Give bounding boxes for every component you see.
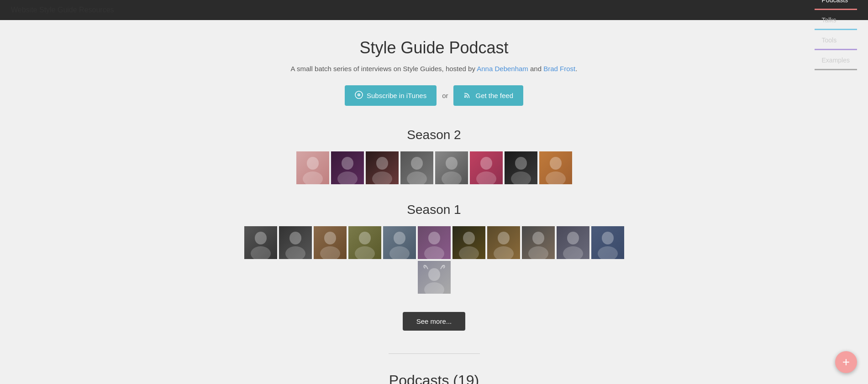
nav-tools[interactable]: Tools xyxy=(815,30,857,50)
svg-point-38 xyxy=(567,232,579,244)
page-title: Style Guide Podcast xyxy=(238,38,631,57)
list-item[interactable] xyxy=(383,226,416,259)
svg-point-36 xyxy=(532,232,544,244)
list-item[interactable] xyxy=(400,151,433,184)
svg-point-23 xyxy=(285,246,305,259)
plus-icon: + xyxy=(842,355,850,369)
svg-point-26 xyxy=(359,232,371,244)
svg-point-43 xyxy=(424,282,444,294)
list-item[interactable] xyxy=(366,151,399,184)
svg-point-35 xyxy=(494,246,514,259)
list-item[interactable] xyxy=(348,226,381,259)
brad-link[interactable]: Brad Frost xyxy=(543,65,575,73)
svg-point-8 xyxy=(376,157,388,170)
season1-title: Season 1 xyxy=(238,202,631,217)
nav-examples[interactable]: Examples xyxy=(815,50,857,70)
list-item[interactable] xyxy=(452,226,485,259)
list-item[interactable] xyxy=(418,261,451,294)
fab-button[interactable]: + xyxy=(835,351,857,373)
list-item[interactable] xyxy=(296,151,329,184)
nav-links: Articles Books Podcasts Talks Tools Exam… xyxy=(815,0,857,70)
svg-point-18 xyxy=(550,157,562,170)
svg-point-7 xyxy=(337,171,358,184)
main-content: Style Guide Podcast A small batch series… xyxy=(229,20,640,384)
svg-point-41 xyxy=(598,246,618,259)
or-label: or xyxy=(442,92,448,99)
list-item[interactable] xyxy=(279,226,312,259)
see-more-button[interactable]: See more... xyxy=(403,312,466,331)
svg-point-19 xyxy=(546,171,566,184)
svg-point-34 xyxy=(498,232,510,244)
season2-title: Season 2 xyxy=(238,128,631,142)
svg-point-11 xyxy=(407,171,427,184)
list-item[interactable] xyxy=(435,151,468,184)
list-item[interactable] xyxy=(470,151,503,184)
season1-avatars xyxy=(238,226,631,294)
svg-point-37 xyxy=(528,246,548,259)
season2-section: Season 2 xyxy=(238,128,631,184)
svg-point-32 xyxy=(463,232,475,244)
subscribe-itunes-button[interactable]: Subscribe in iTunes xyxy=(345,85,437,106)
svg-point-29 xyxy=(389,246,410,259)
svg-point-24 xyxy=(324,232,336,244)
get-feed-button[interactable]: Get the feed xyxy=(453,85,523,106)
navbar: Website Style Guide Resources Articles B… xyxy=(0,0,868,20)
list-item[interactable] xyxy=(591,226,624,259)
list-item[interactable] xyxy=(505,151,537,184)
anna-link[interactable]: Anna Debenham xyxy=(477,65,528,73)
svg-point-2 xyxy=(358,94,359,95)
svg-point-13 xyxy=(442,171,462,184)
svg-point-30 xyxy=(428,232,440,244)
svg-point-25 xyxy=(320,246,340,259)
svg-point-20 xyxy=(255,232,267,244)
svg-point-33 xyxy=(459,246,479,259)
list-item[interactable] xyxy=(557,226,589,259)
nav-brand: Website Style Guide Resources xyxy=(11,6,114,14)
svg-point-27 xyxy=(355,246,375,259)
svg-point-21 xyxy=(251,246,271,259)
list-item[interactable] xyxy=(418,226,451,259)
list-item[interactable] xyxy=(244,226,277,259)
podcasts-title: Podcasts (19) xyxy=(238,372,631,384)
list-item[interactable] xyxy=(331,151,364,184)
svg-point-12 xyxy=(446,157,458,170)
svg-point-14 xyxy=(480,157,492,170)
season2-avatars xyxy=(238,151,631,184)
svg-point-42 xyxy=(428,268,440,281)
svg-point-17 xyxy=(511,171,531,184)
svg-point-6 xyxy=(342,157,353,170)
cta-buttons: Subscribe in iTunes or Get the feed xyxy=(238,85,631,106)
svg-point-10 xyxy=(411,157,423,170)
svg-point-4 xyxy=(307,157,319,170)
nav-talks[interactable]: Talks xyxy=(815,10,857,30)
nav-podcasts[interactable]: Podcasts xyxy=(815,0,857,10)
list-item[interactable] xyxy=(539,151,572,184)
svg-point-31 xyxy=(424,246,444,259)
season1-section: Season 1 xyxy=(238,202,631,294)
page-subtitle: A small batch series of interviews on St… xyxy=(238,65,631,73)
rss-icon xyxy=(463,91,472,100)
svg-point-22 xyxy=(289,232,301,244)
svg-point-9 xyxy=(372,171,392,184)
svg-point-15 xyxy=(476,171,496,184)
list-item[interactable] xyxy=(314,226,347,259)
svg-rect-3 xyxy=(464,96,466,98)
list-item[interactable] xyxy=(487,226,520,259)
list-item[interactable] xyxy=(522,226,555,259)
divider xyxy=(389,353,480,354)
svg-point-28 xyxy=(394,232,405,244)
svg-point-5 xyxy=(303,171,323,184)
podcasts-section: Podcasts (19) Episodes from various podc… xyxy=(238,372,631,384)
svg-point-40 xyxy=(602,232,614,244)
svg-point-16 xyxy=(515,157,527,170)
itunes-icon xyxy=(355,91,363,100)
svg-point-39 xyxy=(563,246,583,259)
